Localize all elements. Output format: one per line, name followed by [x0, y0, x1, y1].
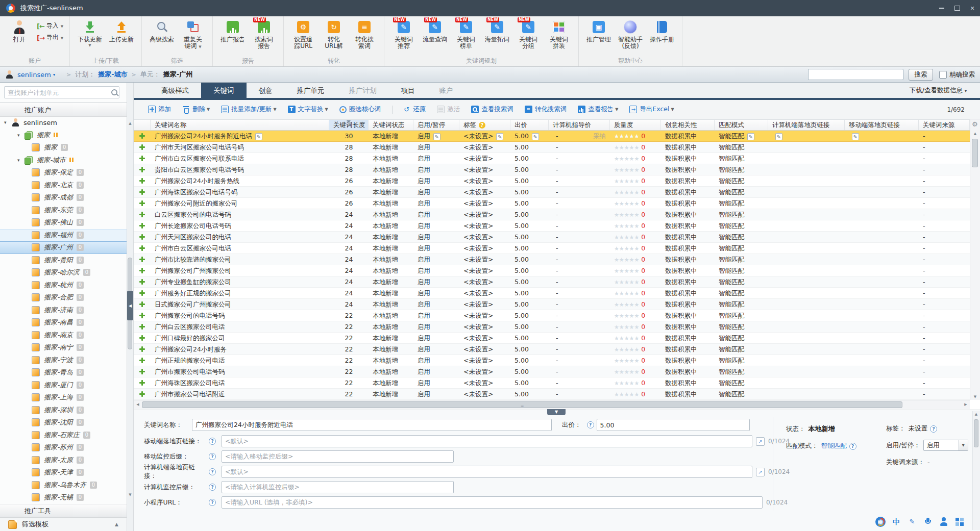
scroll-down-icon[interactable]: ▼	[127, 493, 133, 497]
add-keyword-icon[interactable]	[139, 167, 145, 172]
sidebar-item-搬家-乌鲁木齐[interactable]: 搬家-乌鲁木齐0	[0, 479, 127, 492]
batch-add-update-button[interactable]: 批量添加/更新▼	[221, 105, 276, 114]
view-search-terms-button[interactable]: 查看搜索词	[471, 105, 513, 114]
enable-select[interactable]: 启用 ▼	[923, 440, 968, 451]
account-dropdown-icon[interactable]: ▾	[53, 72, 55, 77]
search-button[interactable]: 搜索	[909, 69, 933, 81]
select-core-words-button[interactable]: 圈选核心词	[339, 105, 381, 114]
column-header-bid[interactable]: 出价	[510, 120, 549, 130]
edit-icon[interactable]: ✎	[496, 133, 503, 140]
sidebar-item-搬家-广州[interactable]: 搬家-广州0	[0, 241, 127, 254]
sidebar-item-搬家-济南[interactable]: 搬家-济南0	[0, 304, 127, 317]
data-info-link[interactable]: 下载/查看数据信息▾	[910, 86, 967, 95]
tab-高级样式[interactable]: 高级样式	[149, 83, 201, 98]
duplicate-keyword-button[interactable]: 重复关键词 ▼	[178, 18, 208, 52]
edit-icon[interactable]: ✎	[747, 133, 754, 140]
sidebar-splitter[interactable]: ▲ ◀ ▼	[127, 83, 134, 531]
column-header-pc_landing[interactable]: 计算机端落地页链接	[768, 120, 845, 130]
maximize-button[interactable]	[949, 0, 965, 16]
mobile-monitor-suffix-input[interactable]	[222, 450, 454, 463]
column-header-plus[interactable]	[134, 120, 151, 130]
add-keyword-icon[interactable]	[139, 313, 145, 318]
table-row[interactable]: 广州海珠区搬家公司电话22本地新增启用<未设置>5.00-★★★★★0数据积累中…	[134, 377, 970, 389]
add-keyword-icon[interactable]	[139, 369, 145, 374]
table-row[interactable]: 广州搬家公司24小时服务22本地新增启用<未设置>5.00-★★★★★0数据积累…	[134, 344, 970, 355]
export-excel-button[interactable]: →导出Excel▼	[629, 105, 674, 114]
pc-monitor-suffix-input[interactable]	[222, 481, 454, 493]
table-row[interactable]: 广州搬家公司24小时服务附近电话✎30本地新增启用✎<未设置>✎5.00✎-采纳…	[134, 131, 970, 142]
sidebar-item-搬家-成都[interactable]: 搬家-成都0	[0, 191, 127, 204]
convert-search-terms-button[interactable]: ≡转化搜索词	[525, 105, 567, 114]
match-mode-value[interactable]: 智能匹配	[821, 442, 847, 450]
sidebar-item-senlinsem[interactable]: ▾senlinsem	[0, 116, 127, 129]
scroll-right-icon[interactable]: ▶	[962, 400, 970, 409]
add-keyword-icon[interactable]	[139, 346, 145, 352]
promotion-manage-button[interactable]: ▣推广管理	[583, 18, 615, 44]
adopt-button[interactable]: 采纳	[593, 131, 606, 141]
tree-expander-icon[interactable]: ▾	[4, 120, 11, 125]
restore-button[interactable]: ↺还原	[403, 105, 426, 114]
edit-icon[interactable]: ✎	[532, 133, 539, 140]
view-report-button[interactable]: 查看报告▼	[578, 105, 618, 114]
tree-expander-icon[interactable]: ▾	[17, 158, 24, 163]
sidebar-item-搬家-贵阳[interactable]: 搬家-贵阳0	[0, 254, 127, 267]
keyword-group-button[interactable]: NEW✎关键词分组	[513, 18, 544, 51]
column-header-quality[interactable]: 质量度	[610, 120, 661, 130]
sidebar-item-搬家-福州[interactable]: 搬家-福州0	[0, 229, 127, 242]
ime-chinese-mode-icon[interactable]: 中	[891, 517, 901, 527]
column-header-status[interactable]: 关键词状态	[369, 120, 413, 130]
column-header-tag[interactable]: 标签?	[459, 120, 510, 130]
table-row[interactable]: 广州搬家公司广州搬家公司24本地新增启用<未设置>5.00-★★★★★0数据积累…	[134, 265, 970, 276]
set-tracking-url-button[interactable]: ⚙设置追踪URL	[288, 18, 318, 51]
sidebar-item-搬家-宁波[interactable]: 搬家-宁波0	[0, 354, 127, 367]
add-keyword-icon[interactable]	[139, 257, 145, 262]
table-row[interactable]: 广州长途搬家公司电话号码24本地新增启用<未设置>5.00-★★★★★0数据积累…	[134, 220, 970, 232]
sidebar-item-搬家-青岛[interactable]: 搬家-青岛0	[0, 366, 127, 379]
table-row[interactable]: 广州搬家公司的电话号码22本地新增启用<未设置>5.00-★★★★★0数据积累中…	[134, 310, 970, 321]
sidebar-item-搬家-南昌[interactable]: 搬家-南昌0	[0, 316, 127, 329]
advanced-search-button[interactable]: 高级搜索	[146, 18, 178, 44]
ime-grid-icon[interactable]	[954, 517, 965, 527]
help-icon[interactable]: ?	[209, 438, 216, 445]
table-row[interactable]: 广州市搬家公司电话附近22本地新增启用<未设置>5.00-★★★★★0数据积累中…	[134, 389, 970, 400]
help-icon[interactable]: ?	[209, 453, 216, 460]
help-icon[interactable]: ?	[209, 468, 216, 475]
tab-推广单元[interactable]: 推广单元	[285, 83, 337, 98]
sidebar-item-搬家-北京[interactable]: 搬家-北京0	[0, 179, 127, 192]
add-keyword-icon[interactable]	[139, 245, 145, 251]
scrollbar-thumb[interactable]	[974, 419, 978, 447]
convert-url-button[interactable]: ↻转化URL解	[318, 18, 349, 51]
add-keyword-icon[interactable]	[139, 290, 145, 296]
close-button[interactable]: ✕	[965, 0, 980, 16]
sidebar-item-搬家-杭州[interactable]: 搬家-杭州0	[0, 279, 127, 292]
scroll-down-icon[interactable]: ▼	[970, 395, 980, 399]
column-header-source[interactable]: 关键词来源	[919, 120, 970, 130]
tree-expander-icon[interactable]: ▾	[17, 133, 24, 138]
miniprogram-url-input[interactable]	[222, 496, 763, 509]
sidebar-item-搬家[interactable]: ▾搬家	[0, 129, 127, 142]
column-header-name[interactable]: 关键词名称	[151, 120, 329, 130]
add-keyword-icon[interactable]	[139, 380, 145, 386]
chevron-down-icon[interactable]: ▼	[959, 440, 968, 450]
add-keyword-icon[interactable]	[139, 301, 145, 307]
keyword-recommend-button[interactable]: NEW✎关键词推荐	[388, 18, 419, 51]
sidebar-item-搬家[interactable]: 搬家0	[0, 141, 127, 154]
ime-person-icon[interactable]	[939, 517, 949, 527]
sidebar-item-搬家-东莞[interactable]: 搬家-东莞0	[0, 204, 127, 217]
table-row[interactable]: 广州服务好正规的搬家公司24本地新增启用<未设置>5.00-★★★★★0数据积累…	[134, 288, 970, 299]
table-row[interactable]: 广州天河区搬家公司的电话24本地新增启用<未设置>5.00-★★★★★0数据积累…	[134, 232, 970, 243]
help-icon[interactable]: ?	[209, 499, 216, 506]
column-header-pc_guide[interactable]: 计算机指导价	[549, 120, 610, 130]
sidebar-item-搬家-沈阳[interactable]: 搬家-沈阳0	[0, 416, 127, 429]
detail-collapse-button[interactable]: ▼	[547, 409, 566, 415]
mass-expand-words-button[interactable]: NEW✎海量拓词	[481, 18, 513, 44]
sidebar-collapse-handle[interactable]: ◀	[127, 291, 133, 320]
grid-horizontal-scrollbar[interactable]: ◀ ≡ ▶	[134, 400, 970, 409]
add-keyword-icon[interactable]	[139, 335, 145, 341]
add-keyword-icon[interactable]	[139, 268, 145, 273]
add-keyword-icon[interactable]	[139, 178, 145, 184]
sidebar-item-搬家-南京[interactable]: 搬家-南京0	[0, 329, 127, 342]
sidebar-item-搬家-苏州[interactable]: 搬家-苏州0	[0, 441, 127, 454]
open-link-icon[interactable]: ↗	[756, 468, 765, 476]
sidebar-item-搬家-太原[interactable]: 搬家-太原0	[0, 454, 127, 467]
